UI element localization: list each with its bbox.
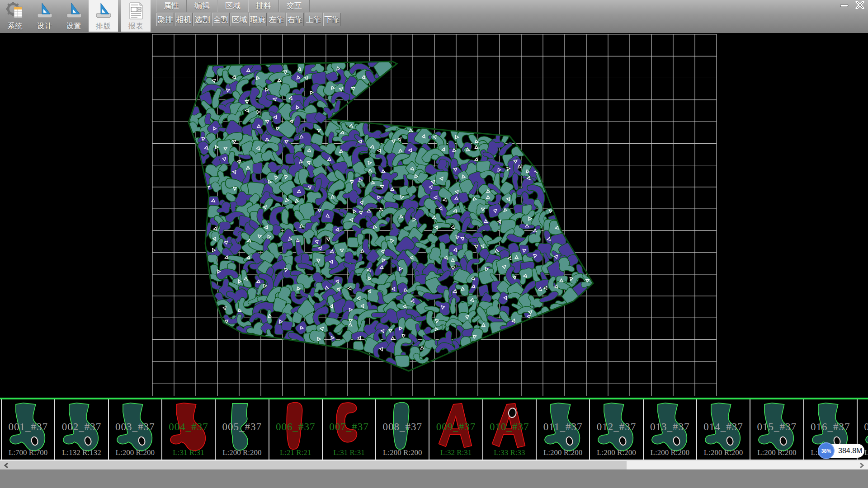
scrollbar-thumb[interactable]	[13, 461, 627, 469]
toolbar-button-label: 设计	[30, 22, 59, 31]
piece-thumbnail-014_#37[interactable]: 014_#37L:200 R:200	[696, 399, 750, 460]
piece-id-label: 012_#37	[590, 421, 642, 433]
action-button-8[interactable]: 右靠	[286, 13, 304, 26]
piece-thumbnail-006_#37[interactable]: 006_#37L:21 R:21	[269, 399, 322, 460]
scroll-right-button[interactable]	[855, 461, 868, 469]
piece-thumbnail-004_#37[interactable]: 004_#37L:31 R:31	[161, 399, 215, 460]
design-icon	[36, 2, 54, 20]
minimize-icon	[840, 1, 849, 11]
piece-thumbnail-009_#37[interactable]: 009_#37L:32 R:31	[429, 399, 482, 460]
piece-lr-label: L:33 R:33	[483, 448, 536, 457]
piece-thumbnail-011_#37[interactable]: 011_#37L:200 R:200	[536, 399, 589, 460]
piece-id-label: 005_#37	[216, 421, 268, 433]
piece-thumbnail-010_#37[interactable]: 010_#37L:33 R:33	[482, 399, 536, 460]
action-button-2[interactable]: 相机	[175, 13, 193, 26]
piece-lr-label: L:200 R:200	[590, 448, 642, 457]
piece-id-label: 013_#37	[644, 421, 696, 433]
piece-thumbnail-list: 001_#37L:700 R:700002_#37L:132 R:132003_…	[0, 399, 868, 460]
memory-progress-badge[interactable]: 38% 384.8M	[819, 444, 864, 458]
toolbar-button-label: 报表	[121, 22, 151, 31]
piece-id-label: 001_#37	[2, 421, 54, 433]
toolbar-button-label: 系统	[0, 22, 30, 31]
piece-lr-label: L:132 R:132	[55, 448, 108, 457]
close-button[interactable]	[853, 1, 866, 10]
piece-thumbnail-001_#37[interactable]: 001_#37L:700 R:700	[1, 399, 54, 460]
piece-lr-label: L:21 R:21	[269, 448, 322, 457]
minimize-button[interactable]	[838, 1, 851, 10]
action-button-7[interactable]: 左靠	[268, 13, 285, 26]
toolbar-button-5[interactable]: 报表	[121, 0, 151, 32]
menu-item-3[interactable]: 区域	[217, 0, 248, 12]
action-button-10[interactable]: 下靠	[323, 13, 341, 26]
menu-item-4[interactable]: 排料	[248, 0, 279, 12]
piece-id-label: 015_#37	[750, 421, 803, 433]
toolbar-button-4[interactable]: 排版	[89, 0, 118, 32]
action-bar: 聚排相机选割全割区域瑕疵左靠右靠上靠下靠	[156, 13, 341, 27]
piece-id-label: 002_#37	[55, 421, 108, 433]
window-controls	[838, 1, 866, 11]
piece-id-label: 007_#37	[323, 421, 375, 433]
toolbar-button-1[interactable]: 系统	[0, 0, 30, 32]
piece-thumbnail-003_#37[interactable]: 003_#37L:200 R:200	[108, 399, 161, 460]
piece-lr-label: L:200 R:200	[644, 448, 696, 457]
chevron-left-icon	[4, 463, 9, 468]
pieces-panel: 001_#37L:700 R:700002_#37L:132 R:132003_…	[0, 398, 868, 461]
piece-id-label: 011_#37	[537, 421, 589, 433]
toolbar-button-label: 排版	[89, 22, 118, 31]
action-button-3[interactable]: 选割	[193, 13, 211, 26]
system-icon	[6, 2, 24, 20]
status-bar	[0, 469, 868, 488]
piece-id-label: 004_#37	[162, 421, 215, 433]
piece-lr-label: L:700 R:700	[2, 448, 54, 457]
piece-lr-label: L:31 R:31	[323, 448, 375, 457]
app-window: { "window": { "controls": [ {"name": "mi…	[0, 0, 868, 488]
action-button-9[interactable]: 上靠	[305, 13, 322, 26]
horizontal-scrollbar[interactable]	[0, 461, 868, 469]
toolbar: 系统设计设置排版报表 属性编辑区域排料交互 聚排相机选割全割区域瑕疵左靠右靠上靠…	[0, 0, 868, 33]
nesting-canvas[interactable]	[0, 33, 868, 398]
action-button-1[interactable]: 聚排	[156, 13, 174, 26]
piece-thumbnail-008_#37[interactable]: 008_#37L:200 R:200	[375, 399, 429, 460]
piece-thumbnail-007_#37[interactable]: 007_#37L:31 R:31	[322, 399, 375, 460]
menu-item-1[interactable]: 属性	[156, 0, 187, 12]
action-button-4[interactable]: 全割	[212, 13, 230, 26]
piece-id-label: 017_#37	[858, 421, 868, 433]
piece-thumbnail-013_#37[interactable]: 013_#37L:200 R:200	[643, 399, 696, 460]
settings-icon	[65, 2, 83, 20]
piece-lr-label: L:32 R:31	[429, 448, 482, 457]
piece-lr-label: L:200 R:200	[697, 448, 750, 457]
menu-item-5[interactable]: 交互	[279, 0, 310, 12]
toolbar-button-3[interactable]: 设置	[59, 0, 89, 32]
piece-thumbnail-002_#37[interactable]: 002_#37L:132 R:132	[54, 399, 108, 460]
nested-pieces	[186, 55, 595, 368]
piece-lr-label: L:200 R:200	[750, 448, 803, 457]
scroll-left-button[interactable]	[0, 461, 13, 469]
action-button-5[interactable]: 区域	[231, 13, 248, 26]
piece-id-label: 016_#37	[804, 421, 857, 433]
piece-id-label: 003_#37	[109, 421, 161, 433]
piece-id-label: 010_#37	[483, 421, 536, 433]
piece-lr-label: L:200 R:200	[537, 448, 589, 457]
progress-circle: 38%	[818, 442, 835, 459]
menu-bar: 属性编辑区域排料交互	[156, 0, 310, 12]
report-icon	[127, 2, 145, 20]
layout-icon	[94, 2, 113, 20]
piece-id-label: 006_#37	[269, 421, 322, 433]
piece-id-label: 014_#37	[697, 421, 750, 433]
chevron-right-icon	[859, 463, 864, 468]
piece-lr-label: L:31 R:31	[162, 448, 215, 457]
piece-thumbnail-015_#37[interactable]: 015_#37L:200 R:200	[750, 399, 803, 460]
toolbar-button-2[interactable]: 设计	[30, 0, 59, 32]
menu-item-2[interactable]: 编辑	[187, 0, 217, 12]
action-button-6[interactable]: 瑕疵	[249, 13, 267, 26]
close-icon	[855, 1, 865, 11]
piece-id-label: 008_#37	[376, 421, 429, 433]
piece-thumbnail-012_#37[interactable]: 012_#37L:200 R:200	[589, 399, 642, 460]
toolbar-button-label: 设置	[59, 22, 89, 31]
piece-lr-label: L:200 R:200	[376, 448, 429, 457]
piece-id-label: 009_#37	[429, 421, 482, 433]
piece-lr-label: L:200 R:200	[109, 448, 161, 457]
piece-thumbnail-005_#37[interactable]: 005_#37L:200 R:200	[215, 399, 268, 460]
memory-size-label: 384.8M	[838, 444, 862, 458]
piece-lr-label: L:200 R:200	[216, 448, 268, 457]
